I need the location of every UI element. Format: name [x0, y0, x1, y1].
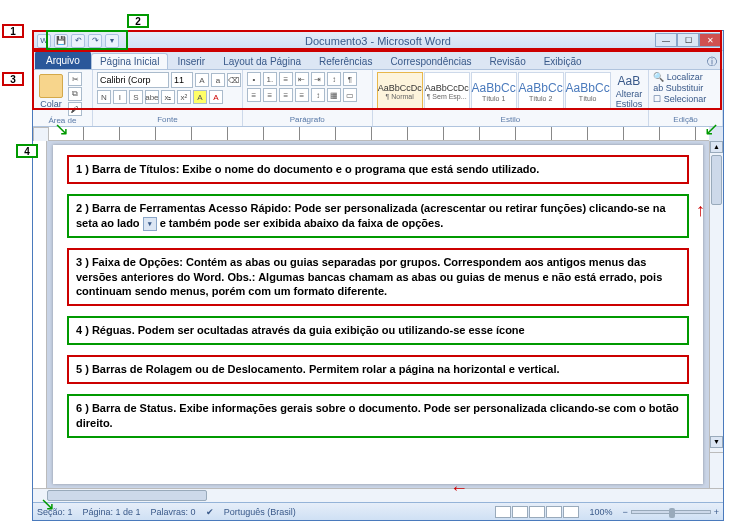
shading-icon[interactable]: ▦: [327, 88, 341, 102]
align-left-icon[interactable]: ≡: [247, 88, 261, 102]
status-page[interactable]: Página: 1 de 1: [83, 507, 141, 517]
bullets-icon[interactable]: •: [247, 72, 261, 86]
align-justify-icon[interactable]: ≡: [295, 88, 309, 102]
view-draft-icon[interactable]: [563, 506, 579, 518]
shrink-font-icon[interactable]: a: [211, 73, 225, 87]
style-nospacing[interactable]: AaBbCcDc¶ Sem Esp...: [424, 72, 470, 110]
superscript-button[interactable]: x²: [177, 90, 191, 104]
font-size-combo[interactable]: 11: [171, 72, 193, 88]
bold-button[interactable]: N: [97, 90, 111, 104]
show-marks-icon[interactable]: ¶: [343, 72, 357, 86]
maximize-button[interactable]: ☐: [677, 33, 699, 47]
info-box-6: 6 ) Barra de Status. Exibe informações g…: [67, 394, 689, 438]
arrow-ruler-corner: ↘: [54, 118, 69, 140]
style-normal[interactable]: AaBbCcDc¶ Normal: [377, 72, 423, 110]
arrow-vscroll: ↑: [696, 200, 705, 221]
find-button[interactable]: 🔍 Localizar: [653, 72, 703, 82]
callout-1: 1: [2, 24, 24, 38]
select-button[interactable]: ☐ Selecionar: [653, 94, 706, 104]
browse-object-nav[interactable]: [710, 452, 723, 488]
zoom-track[interactable]: [631, 510, 711, 514]
tab-review[interactable]: Revisão: [481, 53, 535, 69]
cut-icon[interactable]: ✂: [68, 72, 82, 86]
change-styles-button[interactable]: AaB Alterar Estilos: [614, 72, 645, 111]
zoom-level[interactable]: 100%: [589, 507, 612, 517]
tab-references[interactable]: Referências: [310, 53, 381, 69]
italic-button[interactable]: I: [113, 90, 127, 104]
underline-button[interactable]: S: [129, 90, 143, 104]
vertical-scrollbar[interactable]: ▲ ▼: [709, 141, 723, 488]
dropdown-icon: ▾: [143, 217, 157, 231]
tab-file[interactable]: Arquivo: [35, 51, 91, 69]
group-styles: AaBbCcDc¶ Normal AaBbCcDc¶ Sem Esp... Aa…: [373, 70, 650, 126]
tab-mailings[interactable]: Correspondências: [381, 53, 480, 69]
view-print-layout-icon[interactable]: [495, 506, 511, 518]
status-language[interactable]: Português (Brasil): [224, 507, 296, 517]
horizontal-ruler[interactable]: [47, 127, 709, 141]
horizontal-scrollbar-row: [33, 488, 723, 502]
ribbon-tabs: Arquivo Página Inicial Inserir Layout da…: [33, 51, 723, 69]
clear-format-icon[interactable]: ⌫: [227, 73, 241, 87]
help-icon[interactable]: ⓘ: [707, 55, 717, 69]
line-spacing-icon[interactable]: ↕: [311, 88, 325, 102]
title-bar: W 💾 ↶ ↷ ▾ Documento3 - Microsoft Word — …: [33, 31, 723, 51]
tab-insert[interactable]: Inserir: [168, 53, 214, 69]
callout-4: 4: [16, 144, 38, 158]
indent-inc-icon[interactable]: ⇥: [311, 72, 325, 86]
borders-icon[interactable]: ▭: [343, 88, 357, 102]
subscript-button[interactable]: x₂: [161, 90, 175, 104]
zoom-out-icon[interactable]: −: [622, 507, 627, 517]
zoom-in-icon[interactable]: +: [714, 507, 719, 517]
callout-2: 2: [127, 14, 149, 28]
grow-font-icon[interactable]: A: [195, 73, 209, 87]
group-paragraph: • 1. ≡ ⇤ ⇥ ↕ ¶ ≡ ≡ ≡ ≡ ↕ ▦ ▭ P: [243, 70, 373, 126]
copy-icon[interactable]: ⧉: [68, 87, 82, 101]
style-gallery[interactable]: AaBbCcDc¶ Normal AaBbCcDc¶ Sem Esp... Aa…: [377, 72, 611, 110]
paste-button[interactable]: Colar: [37, 72, 65, 111]
indent-dec-icon[interactable]: ⇤: [295, 72, 309, 86]
arrow-hscroll: ←: [450, 478, 468, 499]
arrow-ruler-toggle: ↙: [704, 118, 719, 140]
close-button[interactable]: ✕: [699, 33, 721, 47]
view-outline-icon[interactable]: [546, 506, 562, 518]
vscroll-thumb[interactable]: [711, 155, 722, 205]
info-box-4: 4 ) Réguas. Podem ser ocultadas através …: [67, 316, 689, 345]
multilevel-icon[interactable]: ≡: [279, 72, 293, 86]
strike-button[interactable]: abe: [145, 90, 159, 104]
view-fullscreen-icon[interactable]: [512, 506, 528, 518]
align-center-icon[interactable]: ≡: [263, 88, 277, 102]
zoom-slider[interactable]: − +: [622, 507, 719, 517]
style-title[interactable]: AaBbCcTítulo: [565, 72, 611, 110]
ribbon: Colar ✂ ⧉ 🖌 Área de Transferência Calibr…: [33, 69, 723, 127]
numbering-icon[interactable]: 1.: [263, 72, 277, 86]
minimize-button[interactable]: —: [655, 33, 677, 47]
window-controls: — ☐ ✕: [655, 33, 721, 47]
status-spellcheck-icon[interactable]: ✔: [206, 507, 214, 517]
style-heading2[interactable]: AaBbCcTítulo 2: [518, 72, 564, 110]
sort-icon[interactable]: ↕: [327, 72, 341, 86]
view-web-icon[interactable]: [529, 506, 545, 518]
hscroll-thumb[interactable]: [47, 490, 207, 501]
highlight-icon[interactable]: A: [193, 90, 207, 104]
window-title: Documento3 - Microsoft Word: [33, 35, 723, 47]
font-color-icon[interactable]: A: [209, 90, 223, 104]
horizontal-scrollbar[interactable]: [33, 489, 723, 502]
view-buttons[interactable]: [495, 506, 579, 518]
style-heading1[interactable]: AaBbCcTítulo 1: [471, 72, 517, 110]
font-family-combo[interactable]: Calibri (Corp: [97, 72, 169, 88]
info-box-5: 5 ) Barras de Rolagem ou de Deslocamento…: [67, 355, 689, 384]
replace-button[interactable]: ab Substituir: [653, 83, 703, 93]
status-bar[interactable]: Seção: 1 Página: 1 de 1 Palavras: 0 ✔ Po…: [33, 502, 723, 520]
align-right-icon[interactable]: ≡: [279, 88, 293, 102]
scroll-down-icon[interactable]: ▼: [710, 436, 723, 448]
status-words[interactable]: Palavras: 0: [151, 507, 196, 517]
scroll-up-icon[interactable]: ▲: [710, 141, 723, 153]
document-page[interactable]: 1 ) Barra de Títulos: Exibe o nome do do…: [53, 145, 703, 484]
format-painter-icon[interactable]: 🖌: [68, 102, 82, 116]
info-box-1: 1 ) Barra de Títulos: Exibe o nome do do…: [67, 155, 689, 184]
tab-layout[interactable]: Layout da Página: [214, 53, 310, 69]
tab-view[interactable]: Exibição: [535, 53, 591, 69]
tab-home[interactable]: Página Inicial: [91, 53, 168, 69]
word-window: W 💾 ↶ ↷ ▾ Documento3 - Microsoft Word — …: [32, 30, 724, 521]
vertical-ruler[interactable]: [33, 141, 47, 488]
